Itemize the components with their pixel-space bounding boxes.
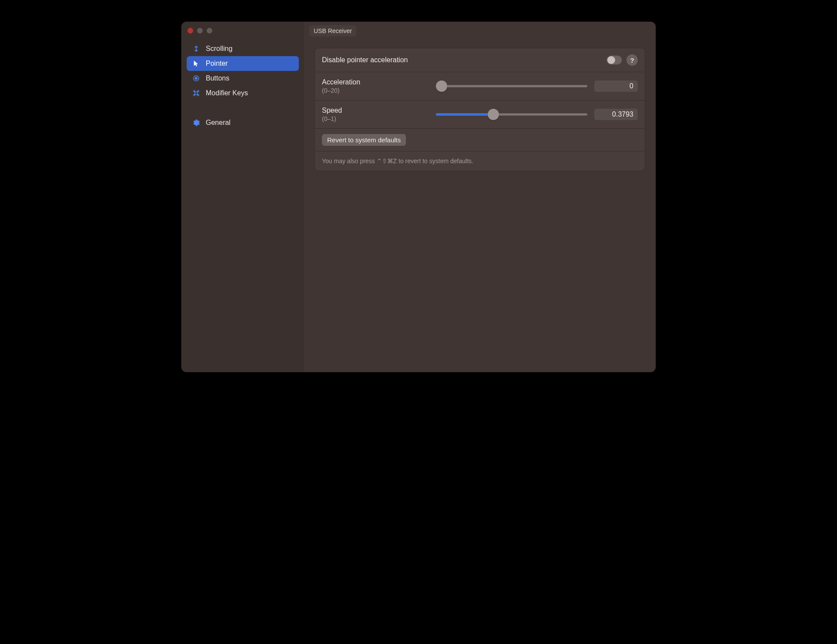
sidebar-item-buttons[interactable]: Buttons (187, 71, 299, 86)
sidebar: Scrolling Pointer Buttons (181, 22, 304, 372)
revert-hint: You may also press ⌃⇧⌘Z to revert to sys… (315, 151, 645, 171)
acceleration-range-label: (0–20) (322, 87, 429, 94)
scroll-icon (192, 44, 201, 53)
disable-acceleration-toggle[interactable] (606, 55, 622, 65)
speed-row: Speed (0–1) (315, 101, 645, 129)
preferences-window: Scrolling Pointer Buttons (181, 22, 656, 372)
sidebar-item-label: Modifier Keys (206, 89, 248, 97)
sidebar-item-general[interactable]: General (187, 115, 299, 130)
main-area: USB Receiver Disable pointer acceleratio… (304, 22, 656, 372)
help-button[interactable]: ? (626, 54, 638, 66)
speed-slider[interactable] (436, 108, 587, 121)
gear-icon (192, 118, 201, 127)
pointer-settings-panel: Disable pointer acceleration ? Accelerat… (315, 48, 645, 171)
acceleration-value-input[interactable] (594, 80, 638, 92)
acceleration-label: Acceleration (322, 78, 429, 86)
speed-label: Speed (322, 107, 429, 114)
revert-row: Revert to system defaults (315, 129, 645, 151)
window-controls (181, 26, 304, 41)
minimize-window-button[interactable] (197, 28, 203, 34)
disable-acceleration-label: Disable pointer acceleration (322, 56, 408, 64)
revert-defaults-button[interactable]: Revert to system defaults (322, 134, 406, 146)
question-icon: ? (630, 57, 634, 64)
acceleration-row: Acceleration (0–20) (315, 72, 645, 101)
zoom-window-button[interactable] (207, 28, 212, 34)
disable-acceleration-row: Disable pointer acceleration ? (315, 48, 645, 72)
speed-range-label: (0–1) (322, 115, 429, 122)
sidebar-item-label: Pointer (206, 60, 228, 67)
acceleration-slider[interactable] (436, 80, 587, 92)
sidebar-item-pointer[interactable]: Pointer (187, 56, 299, 71)
close-window-button[interactable] (187, 28, 193, 34)
sidebar-item-label: Buttons (206, 74, 229, 82)
sidebar-item-modifier-keys[interactable]: Modifier Keys (187, 86, 299, 101)
svg-point-1 (195, 77, 198, 80)
device-title[interactable]: USB Receiver (309, 25, 356, 37)
pointer-icon (192, 59, 201, 68)
titlebar: USB Receiver (304, 22, 656, 40)
sidebar-item-scrolling[interactable]: Scrolling (187, 41, 299, 56)
speed-value-input[interactable] (594, 109, 638, 120)
command-icon (192, 89, 201, 97)
sidebar-nav: Scrolling Pointer Buttons (181, 41, 304, 130)
sidebar-item-label: Scrolling (206, 45, 232, 53)
circle-dot-icon (192, 74, 201, 83)
sidebar-item-label: General (206, 119, 231, 127)
content: Disable pointer acceleration ? Accelerat… (304, 40, 656, 179)
